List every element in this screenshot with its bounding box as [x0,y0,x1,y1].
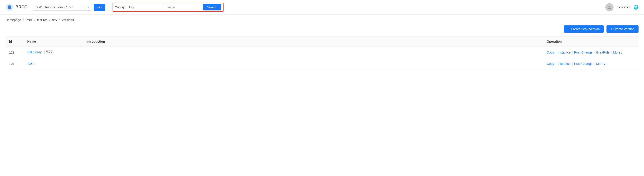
cell-introduction [83,47,543,58]
op-sep-3: | [594,62,595,66]
breadcrumb-test-rcc[interactable]: test-rcc [37,18,48,22]
table-row: 122 1.0.0-gray Gray Copy | Instantce | P… [6,47,638,58]
col-name: Name [24,36,83,47]
chevron-down-icon: ▾ [87,5,89,9]
breadcrumb: Homepage / test1 / test-rcc / dev / Vers… [0,14,644,25]
cell-introduction [83,58,543,69]
copy-link[interactable]: Copy [547,62,554,66]
op-sep-4: | [611,51,612,54]
cell-name: 1.0.0 [24,58,83,69]
col-introduction: Introduction [83,36,543,47]
create-version-button[interactable]: + Create Version [606,25,638,33]
more-link[interactable]: More∨ [596,62,606,66]
col-id: Id [6,36,24,47]
config-search-area: Config: Search [112,3,224,12]
pushchange-link[interactable]: PushChange [574,62,592,66]
op-sep-1: | [556,62,556,66]
cell-name: 1.0.0-gray Gray [24,47,83,58]
breadcrumb-homepage[interactable]: Homepage [6,18,21,22]
path-dropdown[interactable]: test1 / test-rcc / dev / 1.0.0 ▾ [33,4,92,11]
brcc-logo-icon: 度 [6,3,14,11]
op-sep-2: | [572,51,573,54]
cell-operation: Copy | Instantce | PushChange | More∨ [543,58,638,69]
svg-text:度: 度 [8,5,12,9]
action-row: + Create Gray Version + Create Version [6,25,638,33]
separator-4: / [59,18,60,22]
key-input[interactable] [127,4,163,10]
value-input[interactable] [165,4,201,10]
separator-2: / [34,18,35,22]
cell-id: 122 [6,47,24,58]
version-name-link[interactable]: 1.0.0 [27,62,34,66]
separator-3: / [49,18,50,22]
cell-operation: Copy | Instantce | PushChange | GrayRule… [543,47,638,58]
gray-badge: Gray [44,50,54,54]
path-selector: test1 / test-rcc / dev / 1.0.0 ▾ Go [33,4,105,11]
op-sep-2: | [572,62,573,66]
logo-area: 度 BRCC [6,3,27,11]
breadcrumb-dev[interactable]: dev [52,18,57,22]
globe-icon[interactable]: 🌐 [634,5,638,10]
header-right: xxxxxxxx 🌐 [605,3,638,11]
col-operation: Operation [543,36,638,47]
instantce-link[interactable]: Instantce [558,62,570,66]
create-gray-version-button[interactable]: + Create Gray Version [564,25,604,33]
pushchange-link[interactable]: PushChange [574,51,592,54]
separator-1: / [23,18,24,22]
username-label: xxxxxxxx [617,5,630,9]
table-row: 107 1.0.0 Copy | Instantce | PushChange … [6,58,638,69]
path-value: test1 / test-rcc / dev / 1.0.0 [36,5,73,9]
app-header: 度 BRCC test1 / test-rcc / dev / 1.0.0 ▾ … [0,0,644,14]
table-header: Id Name Introduction Operation [6,36,638,47]
avatar [605,3,614,11]
operation-cell: Copy | Instantce | PushChange | More∨ [547,62,635,66]
grayrule-link[interactable]: GrayRule [596,51,610,54]
version-name-link[interactable]: 1.0.0-gray [27,50,42,54]
operation-cell: Copy | Instantce | PushChange | GrayRule… [547,51,635,54]
op-sep-1: | [556,51,556,54]
more-link[interactable]: More∨ [613,51,622,54]
go-button[interactable]: Go [94,4,105,11]
search-button[interactable]: Search [203,4,221,10]
copy-link[interactable]: Copy [547,51,554,54]
instantce-link[interactable]: Instantce [558,51,570,54]
breadcrumb-current: Versions [62,18,74,22]
table-body: 122 1.0.0-gray Gray Copy | Instantce | P… [6,47,638,69]
main-content: + Create Gray Version + Create Version I… [0,25,644,69]
svg-point-2 [608,5,610,7]
op-sep-3: | [594,51,595,54]
versions-table: Id Name Introduction Operation 122 1.0.0… [6,36,638,69]
cell-id: 107 [6,58,24,69]
app-title: BRCC [16,5,27,9]
breadcrumb-test1[interactable]: test1 [26,18,32,22]
config-label: Config: [115,5,125,9]
